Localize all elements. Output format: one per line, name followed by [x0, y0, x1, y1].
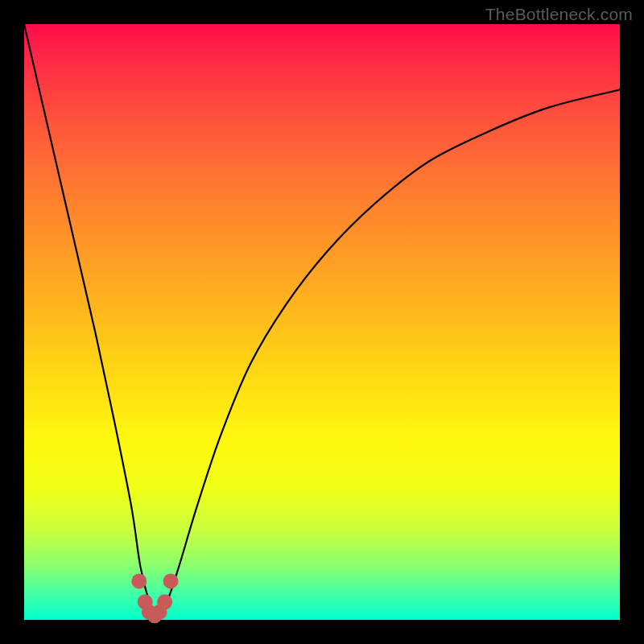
plot-area — [24, 24, 620, 620]
bottleneck-curve — [24, 24, 620, 615]
highlight-marker — [163, 573, 179, 588]
highlight-markers — [131, 573, 178, 623]
watermark-text: TheBottleneck.com — [485, 5, 633, 24]
chart-container: TheBottleneck.com — [0, 0, 644, 644]
highlight-marker — [131, 573, 147, 588]
highlight-marker — [157, 594, 172, 609]
curve-svg — [24, 24, 620, 620]
